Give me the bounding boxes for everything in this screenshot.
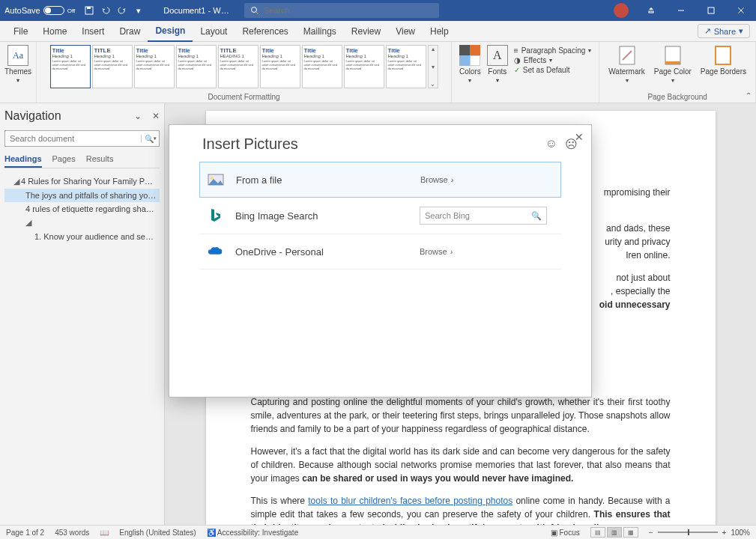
paragraph-spacing-button[interactable]: ≡Paragraph Spacing▾ [514, 46, 591, 55]
source-list: From a file Browse› Bing Image Search Se… [169, 157, 591, 274]
nav-tab-pages[interactable]: Pages [52, 154, 76, 168]
gallery-item[interactable]: TitleHeading 1Lorem ipsum dolor sit amet… [260, 45, 300, 88]
gallery-scroll[interactable]: ▴▾⌄ [428, 45, 438, 88]
tree-item[interactable]: 4 rules of etiquette regarding sha… [4, 202, 160, 216]
nav-search-input[interactable] [5, 134, 141, 143]
maximize-icon[interactable] [696, 0, 726, 21]
doc-text: mpromising their [604, 187, 671, 198]
share-label: Share [714, 27, 736, 36]
tab-insert[interactable]: Insert [74, 21, 112, 42]
user-avatar[interactable] [614, 3, 629, 18]
document-title: Document1 - W… [148, 6, 244, 15]
undo-icon[interactable] [100, 5, 111, 16]
ribbon-group-themes: Aa Themes ▾ [0, 42, 37, 103]
doc-text: , especially the [611, 286, 670, 296]
tab-view[interactable]: View [388, 21, 423, 42]
effects-button[interactable]: ◑Effects▾ [514, 56, 591, 64]
tab-file[interactable]: File [6, 21, 35, 42]
nav-title: Navigation [4, 109, 61, 123]
zoom-level[interactable]: 100% [731, 529, 750, 537]
tree-item[interactable]: ◢ [4, 216, 160, 230]
share-button[interactable]: ↗ Share ▾ [698, 24, 750, 38]
tab-help[interactable]: Help [423, 21, 456, 42]
svg-point-2 [251, 7, 256, 13]
svg-line-3 [256, 12, 258, 14]
gallery-item[interactable]: TitleHeading 1Lorem ipsum dolor sit amet… [302, 45, 342, 88]
status-page[interactable]: Page 1 of 2 [6, 529, 44, 537]
browse-button[interactable]: Browse› [420, 175, 453, 184]
tab-review[interactable]: Review [344, 21, 388, 42]
themes-button[interactable]: Aa Themes ▾ [4, 45, 31, 84]
tree-item[interactable]: ◢4 Rules for Sharing Your Family Phot… [4, 174, 160, 189]
zoom-slider[interactable] [658, 532, 718, 533]
collapse-ribbon-icon[interactable]: ⌃ [746, 91, 752, 100]
qat-dropdown-icon[interactable]: ▾ [133, 5, 144, 16]
focus-button[interactable]: ▣ Focus [551, 529, 580, 537]
tab-design[interactable]: Design [148, 21, 193, 42]
gallery-item[interactable]: TitleHeading 1Lorem ipsum dolor sit amet… [386, 45, 426, 88]
doc-paragraph: However, it's a fact that the digital wo… [251, 445, 671, 485]
search-icon[interactable]: 🔍▾ [141, 135, 159, 143]
status-words[interactable]: 453 words [55, 529, 89, 537]
nav-tab-headings[interactable]: Headings [4, 154, 42, 168]
tree-item[interactable]: 1. Know your audience and se… [4, 230, 160, 243]
close-icon[interactable] [726, 0, 756, 21]
page-borders-button[interactable]: Page Borders [696, 45, 751, 84]
svg-rect-6 [708, 7, 714, 13]
autosave-label: AutoSave [4, 6, 40, 15]
style-gallery[interactable]: TitleHeading 1Lorem ipsum dolor sit amet… [50, 45, 438, 88]
doc-text: oid unnecessary [599, 299, 671, 310]
page-color-button[interactable]: Page Color▾ [650, 45, 696, 84]
tab-references[interactable]: References [235, 21, 295, 42]
doc-link[interactable]: tools to blur children's faces before po… [308, 496, 512, 506]
gallery-item[interactable]: TITLEHEADING 1Lorem ipsum dolor sit amet… [218, 45, 258, 88]
bing-search-input[interactable]: Search Bing 🔍 [420, 207, 547, 225]
web-layout-icon[interactable]: ▦ [623, 527, 638, 538]
zoom-out-icon[interactable]: − [649, 529, 653, 537]
read-mode-icon[interactable]: ▤ [590, 527, 605, 538]
search-input[interactable] [264, 6, 433, 15]
gallery-item[interactable]: TitleHeading 1Lorem ipsum dolor sit amet… [50, 45, 91, 88]
close-icon[interactable]: ✕ [152, 111, 160, 121]
chevron-down-icon: ▾ [468, 77, 471, 84]
spellcheck-icon[interactable]: 📖 [100, 529, 109, 537]
status-language[interactable]: English (United States) [119, 529, 196, 537]
search-box[interactable] [244, 3, 439, 18]
paragraph-spacing-icon: ≡ [514, 46, 518, 55]
gallery-item[interactable]: TitleHeading 1Lorem ipsum dolor sit amet… [344, 45, 384, 88]
source-label: Bing Image Search [235, 210, 408, 222]
nav-tabs: Headings Pages Results [4, 154, 160, 168]
nav-search[interactable]: 🔍▾ [4, 130, 160, 147]
fonts-button[interactable]: A Fonts ▾ [484, 45, 511, 84]
browse-button[interactable]: Browse› [420, 247, 453, 256]
source-bing[interactable]: Bing Image Search Search Bing 🔍 [199, 198, 561, 234]
window-controls [636, 0, 756, 21]
set-default-button[interactable]: ✓Set as Default [514, 66, 591, 74]
minimize-icon[interactable] [666, 0, 696, 21]
gallery-item[interactable]: TITLEHeading 1Lorem ipsum dolor sit amet… [92, 45, 133, 88]
watermark-button[interactable]: Watermark▾ [604, 45, 650, 84]
zoom-in-icon[interactable]: + [722, 529, 727, 537]
chevron-down-icon[interactable]: ⌄ [134, 111, 142, 121]
gallery-item[interactable]: TitleHeading 1Lorem ipsum dolor sit amet… [176, 45, 217, 88]
tree-item[interactable]: The joys and pitfalls of sharing yo… [4, 189, 160, 202]
tab-home[interactable]: Home [35, 21, 74, 42]
tab-layout[interactable]: Layout [193, 21, 235, 42]
tab-draw[interactable]: Draw [112, 21, 148, 42]
nav-tab-results[interactable]: Results [86, 154, 114, 168]
smile-icon[interactable]: ☺ [545, 137, 557, 151]
source-from-file[interactable]: From a file Browse› [199, 162, 561, 198]
source-onedrive[interactable]: OneDrive - Personal Browse› [199, 234, 561, 270]
menu-bar: File Home Insert Draw Design Layout Refe… [0, 21, 756, 42]
group-label: Document Formatting [37, 93, 451, 101]
tab-mailings[interactable]: Mailings [296, 21, 344, 42]
print-layout-icon[interactable]: ▥ [607, 527, 622, 538]
gallery-item[interactable]: TitleHeading 1Lorem ipsum dolor sit amet… [134, 45, 175, 88]
status-accessibility[interactable]: ♿ Accessibility: Investigate [207, 529, 299, 537]
autosave-toggle[interactable]: AutoSave Off [0, 6, 79, 15]
save-icon[interactable] [84, 5, 94, 16]
close-icon[interactable]: ✕ [575, 131, 584, 143]
redo-icon[interactable] [117, 5, 127, 16]
ribbon-display-icon[interactable] [636, 0, 666, 21]
colors-button[interactable]: Colors ▾ [456, 45, 484, 84]
